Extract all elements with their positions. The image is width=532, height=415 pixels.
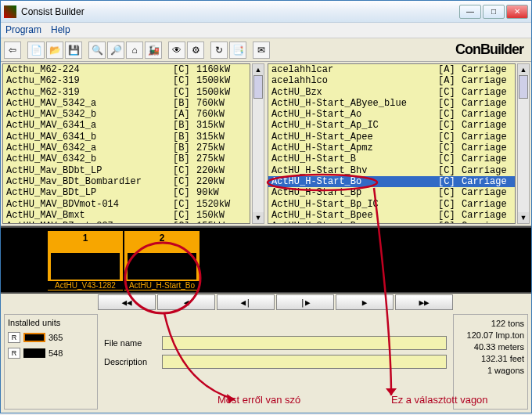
consist-slot-1[interactable]: 1 ActHU_V43-1282 [48, 231, 123, 290]
window-title: Consist Builder [21, 6, 459, 17]
list-item[interactable]: ActHU_MAV_6341_b[B]315kW [3, 132, 250, 143]
minimize-button[interactable]: — [459, 5, 481, 19]
consist-slot-2[interactable]: 2 ActHU_H-Start_Bo [124, 231, 200, 290]
scroll-thumb[interactable] [253, 75, 263, 99]
list-item[interactable]: ActHU_Mav_BDbt_LP[C]220kW [3, 165, 250, 176]
lists-area: Acthu_M62-224[C]1160kWActhu_M62-319[C]15… [1, 62, 531, 226]
engine-list-scrollbar[interactable]: ▲ ▼ [252, 63, 264, 224]
toolbar-button-3[interactable]: 📂 [46, 42, 63, 59]
stat-feet: 132.31 feet [457, 353, 524, 365]
reverse-button[interactable]: R [8, 332, 20, 343]
toolbar-button-9[interactable]: 🚂 [145, 42, 162, 59]
stats-panel: 122 tons 120.07 Imp.ton 40.33 meters 132… [453, 314, 528, 410]
scroll-up-icon[interactable]: ▲ [253, 64, 264, 75]
description-input[interactable] [162, 355, 447, 369]
toolbar-button-14[interactable]: ↻ [210, 42, 228, 59]
description-label: Description [104, 357, 157, 366]
app-icon [4, 5, 16, 18]
wagon-icon [128, 253, 196, 280]
list-item[interactable]: ActHU_Bzx[C]Carriage [268, 87, 515, 98]
stat-tons: 122 tons [457, 318, 524, 330]
list-item[interactable]: ActHU_Mav_BDt_LP[C]90kW [3, 187, 250, 198]
list-item[interactable]: ActHU_H-Start_Bo[C]Carriage [268, 176, 515, 187]
slot-number: 1 [48, 231, 123, 244]
nav-row: ◀◀ ◀ ◀| |▶ ▶ ▶▶ [1, 294, 531, 311]
loco-count: 365 [49, 333, 63, 342]
brand-label: ConBuilder [455, 42, 528, 58]
titlebar: Consist Builder — □ ✕ [1, 1, 531, 23]
list-item[interactable]: ActHU_H-Start_Bpmz[C]Carriage [268, 221, 515, 224]
list-item[interactable]: ActHU_MAV_6342_b[B]275kW [3, 153, 250, 164]
toolbar-button-12[interactable]: ⚙ [187, 42, 204, 59]
list-item[interactable]: Acthu_M62-319[C]1500kW [3, 75, 250, 86]
stat-wagons: 1 wagons [457, 365, 524, 377]
menu-program[interactable]: Program [5, 24, 41, 36]
list-item[interactable]: ActHU_MAV_6342_a[B]275kW [3, 143, 250, 153]
list-item[interactable]: ActHU_H-Start_Ap_IC[C]Carriage [268, 120, 515, 131]
carriage-list-scrollbar[interactable]: ▲ ▼ [517, 63, 530, 224]
menu-help[interactable]: Help [51, 24, 70, 36]
menubar: Program Help [1, 23, 531, 38]
toolbar-button-0[interactable]: ⇦ [4, 42, 21, 59]
list-item[interactable]: ActHU_H-Start_Ao[C]Carriage [268, 109, 515, 120]
list-item[interactable]: ActHU_MAV_5342_a[B]760kW [3, 98, 250, 109]
wagon-icon [23, 348, 45, 358]
nav-next-button[interactable]: ▶ [336, 294, 394, 310]
maximize-button[interactable]: □ [483, 5, 505, 19]
nav-stepfwd-button[interactable]: |▶ [276, 294, 334, 310]
list-item[interactable]: ActHU_H-Start_Bp[C]Carriage [268, 187, 515, 198]
list-item[interactable]: ActHU_MAV_5342_b[A]760kW [3, 109, 250, 120]
fields-panel: File name Description [104, 314, 447, 410]
toolbar-button-11[interactable]: 👁 [168, 42, 185, 59]
list-item[interactable]: ActHU_H-Start_Bp_IC[C]Carriage [268, 199, 515, 210]
wagon-count: 548 [49, 348, 63, 358]
installed-units-header: Installed units [8, 318, 94, 327]
filename-input[interactable] [162, 336, 447, 350]
loco-icon [51, 253, 120, 280]
list-item[interactable]: ActHU_H-Start_Apmz[C]Carriage [268, 143, 515, 153]
carriage-list[interactable]: acelahhlcar[A]Carriageacelahhlco[A]Carri… [268, 63, 516, 224]
stat-meters: 40.33 meters [457, 341, 524, 353]
scroll-up-icon[interactable]: ▲ [518, 64, 529, 75]
list-item[interactable]: ActHU_MAV_Bmxt[C]150kW [3, 210, 250, 221]
stat-impton: 120.07 Imp.ton [457, 330, 524, 341]
toolbar-button-7[interactable]: 🔎 [107, 42, 124, 59]
toolbar-button-6[interactable]: 🔍 [88, 42, 106, 59]
scroll-down-icon[interactable]: ▼ [518, 212, 529, 223]
app-window: Consist Builder — □ ✕ Program Help ⇦📄📂💾🔍… [0, 0, 532, 413]
toolbar-button-15[interactable]: 📑 [229, 42, 246, 59]
nav-prev-button[interactable]: ◀ [157, 294, 215, 310]
nav-first-button[interactable]: ◀◀ [98, 294, 156, 310]
reverse-button[interactable]: R [8, 348, 20, 359]
list-item[interactable]: ActHU_H-Start_AByee_blue[C]Carriage [268, 98, 515, 109]
list-item[interactable]: Acthu_M62-224[C]1160kW [3, 64, 250, 75]
slot-label: ActHU_V43-1282 [48, 281, 123, 290]
toolbar-button-17[interactable]: ✉ [253, 42, 270, 59]
nav-last-button[interactable]: ▶▶ [395, 294, 453, 310]
slot-label: ActHU_H-Start_Bo [124, 281, 200, 290]
close-button[interactable]: ✕ [506, 5, 528, 19]
list-item[interactable]: ActHU_H-Start_Apee[C]Carriage [268, 132, 515, 143]
scroll-thumb[interactable] [519, 75, 528, 99]
toolbar-button-8[interactable]: ⌂ [126, 42, 143, 59]
bottom-panel: Installed units R 365 R 548 File name De… [1, 311, 531, 413]
nav-stepback-button[interactable]: ◀| [217, 294, 275, 310]
toolbar-button-4[interactable]: 💾 [65, 42, 82, 59]
list-item[interactable]: ActHU_MAV_BZmot-237[C]155kW [3, 221, 250, 224]
list-item[interactable]: ActHU_H-Start_Bhv[C]Carriage [268, 165, 515, 176]
list-item[interactable]: ActHU_MAV_BDVmot-014[C]1520kW [3, 199, 250, 210]
list-item[interactable]: ActHU_MAV_6341_a[B]315kW [3, 120, 250, 131]
engine-list[interactable]: Acthu_M62-224[C]1160kWActhu_M62-319[C]15… [2, 63, 250, 224]
list-item[interactable]: acelahhlco[A]Carriage [268, 75, 515, 86]
list-item[interactable]: acelahhlcar[A]Carriage [268, 64, 515, 75]
consist-strip[interactable]: 1 ActHU_V43-1282 2 ActHU_H-Start_Bo [1, 226, 531, 294]
filename-label: File name [104, 338, 157, 348]
scroll-down-icon[interactable]: ▼ [253, 212, 264, 223]
list-item[interactable]: Acthu_M62-319[C]1500kW [3, 87, 250, 98]
slot-number: 2 [124, 231, 200, 244]
list-item[interactable]: ActHU_Mav_BDt_Bombardier[C]220kW [3, 176, 250, 187]
toolbar-button-2[interactable]: 📄 [27, 42, 45, 59]
loco-icon [23, 333, 45, 342]
list-item[interactable]: ActHU_H-Start_B[C]Carriage [268, 153, 515, 164]
list-item[interactable]: ActHU_H-Start_Bpee[C]Carriage [268, 210, 515, 221]
